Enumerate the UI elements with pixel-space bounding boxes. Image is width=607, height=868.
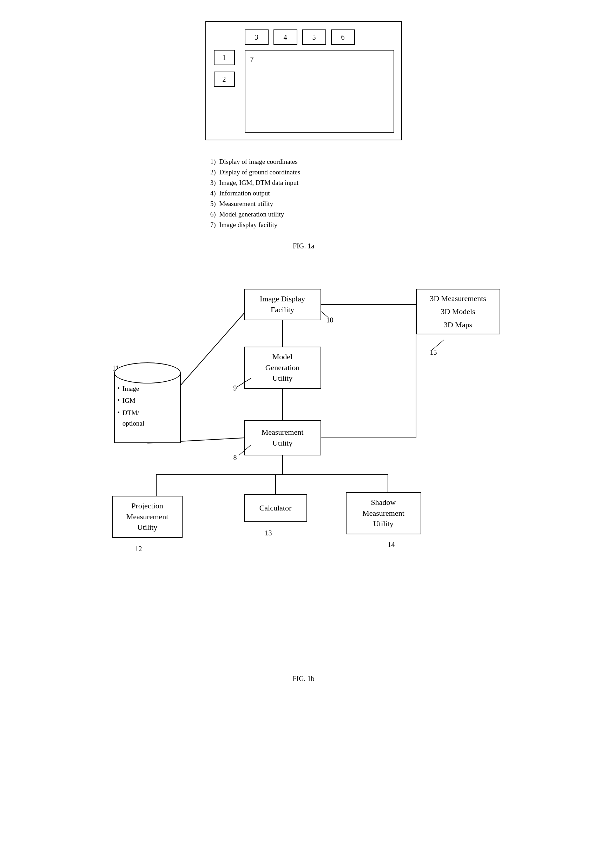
legend-text-5: Measurement utility: [219, 200, 273, 208]
measurement-box: MeasurementUtility: [244, 420, 321, 456]
fig1a-section: 3 4 5 6 1 2 7 1) Display of image coordi…: [0, 0, 607, 271]
legend-item-7: 7) Image display facility: [205, 221, 402, 229]
legend-text-3: Image, IGM, DTM data input: [219, 179, 299, 187]
btn-4[interactable]: 4: [273, 29, 297, 45]
label-14: 14: [388, 541, 395, 549]
legend-text-1: Display of image coordinates: [219, 158, 298, 166]
top-buttons: 3 4 5 6: [245, 29, 355, 45]
legend-num-1: 1): [205, 158, 216, 166]
btn-6[interactable]: 6: [331, 29, 355, 45]
legend-item-2: 2) Display of ground coordinates: [205, 168, 402, 176]
calculator-label: Calculator: [259, 503, 292, 514]
projection-box: ProjectionMeasurementUtility: [112, 496, 183, 538]
diagram-lines: [93, 278, 514, 664]
display-label: 7: [250, 56, 254, 64]
legend: 1) Display of image coordinates 2) Displ…: [205, 158, 402, 232]
cyl-top: [114, 363, 181, 383]
label-13: 13: [265, 529, 272, 537]
ui-mockup: 3 4 5 6 1 2 7: [205, 21, 402, 140]
calculator-box: Calculator: [244, 494, 307, 522]
legend-num-7: 7): [205, 221, 216, 229]
model-generation-label: ModelGenerationUtility: [265, 352, 300, 384]
label-15: 15: [430, 349, 437, 356]
label-9: 9: [233, 384, 237, 392]
image-display-label: Image DisplayFacility: [260, 294, 305, 315]
db-igm: IGM: [123, 395, 135, 406]
image-display-box: Image DisplayFacility: [244, 289, 321, 320]
model-generation-box: ModelGenerationUtility: [244, 347, 321, 389]
btn-3[interactable]: 3: [245, 29, 269, 45]
shadow-box: ShadowMeasurementUtility: [346, 492, 421, 534]
projection-label: ProjectionMeasurementUtility: [126, 501, 169, 533]
display-area: 7: [245, 50, 394, 133]
legend-num-5: 5): [205, 200, 216, 208]
legend-item-6: 6) Model generation utility: [205, 211, 402, 218]
svg-line-12: [179, 313, 244, 387]
fig1b-caption: FIG. 1b: [292, 675, 314, 683]
output-box: 3D Measurements3D Models3D Maps: [416, 289, 500, 334]
legend-item-3: 3) Image, IGM, DTM data input: [205, 179, 402, 187]
legend-item-1: 1) Display of image coordinates: [205, 158, 402, 166]
bullet-dtm: • DTM/optional: [118, 408, 177, 429]
legend-num-2: 2): [205, 168, 216, 176]
left-buttons: 1 2: [214, 50, 235, 87]
label-12: 12: [135, 545, 142, 553]
legend-text-7: Image display facility: [219, 221, 278, 229]
btn-5[interactable]: 5: [302, 29, 326, 45]
database-cylinder: • Image • IGM • DTM/optional: [114, 363, 181, 443]
legend-item-4: 4) Information output: [205, 189, 402, 197]
measurement-label: MeasurementUtility: [262, 427, 304, 449]
fig1a-caption: FIG. 1a: [293, 242, 314, 250]
legend-text-2: Display of ground coordinates: [219, 168, 301, 176]
label-10: 10: [326, 316, 334, 324]
label-lines: [93, 278, 514, 664]
legend-num-3: 3): [205, 179, 216, 187]
bullet-image: • Image: [118, 383, 177, 394]
legend-text-4: Information output: [219, 189, 270, 197]
db-image: Image: [123, 383, 139, 394]
cyl-content: • Image • IGM • DTM/optional: [118, 383, 177, 431]
shadow-label: ShadowMeasurementUtility: [362, 497, 404, 529]
diagram: Image DisplayFacility ModelGenerationUti…: [93, 278, 514, 664]
label-8: 8: [233, 454, 237, 462]
legend-text-6: Model generation utility: [219, 211, 284, 218]
legend-item-5: 5) Measurement utility: [205, 200, 402, 208]
fig1b-section: Image DisplayFacility ModelGenerationUti…: [0, 271, 607, 683]
legend-num-4: 4): [205, 189, 216, 197]
legend-num-6: 6): [205, 211, 216, 218]
btn-1[interactable]: 1: [214, 50, 235, 65]
btn-2[interactable]: 2: [214, 71, 235, 87]
bullet-igm: • IGM: [118, 395, 177, 406]
db-dtm: DTM/optional: [123, 408, 144, 429]
output-label: 3D Measurements3D Models3D Maps: [430, 292, 486, 331]
